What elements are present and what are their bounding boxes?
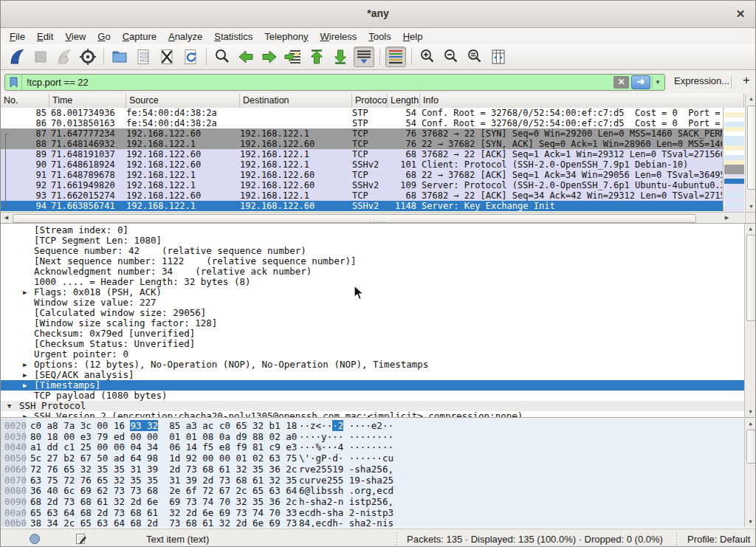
menu-analyze[interactable]: Analyze bbox=[162, 30, 208, 44]
detail-line[interactable]: ▶[SEQ/ACK analysis] bbox=[1, 370, 744, 380]
scrollbar-thumb[interactable] bbox=[746, 235, 755, 321]
menu-view[interactable]: View bbox=[59, 30, 92, 44]
capture-comment-icon[interactable] bbox=[75, 533, 88, 547]
hex-row[interactable]: 0020c0 a8 7a 3c 00 16 93 32 85 a3 ac c0 … bbox=[1, 420, 744, 431]
hex-row[interactable]: 006072 76 65 32 35 35 31 39 2d 73 68 61 … bbox=[1, 464, 744, 475]
hex-row[interactable]: 00505c 27 b2 67 50 ad 64 98 1d 92 00 00 … bbox=[1, 453, 744, 464]
column-header-destination[interactable]: Destination bbox=[240, 94, 352, 108]
scrollbar-thumb[interactable] bbox=[747, 106, 756, 190]
first-packet-icon[interactable] bbox=[306, 47, 327, 67]
title-bar[interactable]: *any ✕ bbox=[1, 1, 755, 28]
collapse-arrow-icon[interactable]: ▼ bbox=[7, 401, 11, 411]
column-header-info[interactable]: Info bbox=[420, 94, 744, 108]
scroll-down-icon[interactable]: ▼ bbox=[745, 517, 755, 527]
packet-list-minimap[interactable] bbox=[723, 108, 745, 212]
hex-bytes[interactable]: 36 40 6c 69 62 73 73 68 2e 6f 72 67 2c 6… bbox=[30, 485, 297, 496]
hex-ascii[interactable]: curve255 19-sha25 bbox=[299, 475, 394, 486]
menu-wireless[interactable]: Wireless bbox=[315, 30, 363, 44]
expand-arrow-icon[interactable]: ▶ bbox=[23, 380, 27, 391]
pane-splitter[interactable]: ····· bbox=[1, 414, 755, 417]
hex-row[interactable]: 00a065 63 64 68 2d 73 68 61 32 2d 6e 69 … bbox=[1, 507, 744, 518]
next-packet-icon[interactable] bbox=[259, 47, 280, 67]
packet-row[interactable]: 8971.648191037192.168.122.60192.168.122.… bbox=[1, 149, 723, 159]
save-file-icon[interactable]: 010101100011 bbox=[133, 47, 154, 67]
find-packet-icon[interactable] bbox=[212, 47, 233, 67]
details-vscrollbar[interactable]: ▲ ▼ bbox=[744, 224, 755, 417]
column-header-source[interactable]: Source bbox=[126, 94, 240, 108]
reload-file-icon[interactable] bbox=[180, 47, 201, 67]
close-file-icon[interactable] bbox=[157, 47, 177, 67]
filter-expression-text[interactable]: !tcp.port == 22 bbox=[22, 77, 614, 88]
hex-ascii[interactable]: ecdh-sha 2-nistp3 bbox=[299, 507, 394, 518]
packet-row[interactable]: 8771.647777234192.168.122.60192.168.122.… bbox=[1, 128, 723, 139]
hex-ascii[interactable]: ··z<···2 ····e2·· bbox=[299, 420, 394, 431]
hex-ascii[interactable]: 6@libssh .org,ecd bbox=[299, 485, 394, 496]
filter-clear-icon[interactable]: ✕ bbox=[614, 76, 629, 89]
hex-bytes[interactable]: 38 34 2c 65 63 64 68 2d 73 68 61 32 2d 6… bbox=[30, 517, 297, 527]
previous-packet-icon[interactable] bbox=[236, 47, 256, 67]
go-to-packet-icon[interactable] bbox=[283, 47, 303, 67]
hex-ascii[interactable]: \'·gP·d· ······cu bbox=[299, 453, 394, 464]
menu-statistics[interactable]: Statistics bbox=[208, 30, 258, 44]
zoom-out-icon[interactable] bbox=[441, 47, 461, 67]
detail-line[interactable]: 1000 .... = Header Length: 32 bytes (8) bbox=[1, 277, 744, 287]
hex-bytes[interactable]: 5c 27 b2 67 50 ad 64 98 1d 92 00 00 01 0… bbox=[30, 453, 297, 464]
detail-line[interactable]: [Calculated window size: 29056] bbox=[1, 308, 744, 318]
detail-line[interactable]: ▶Options: (12 bytes), No-Operation (NOP)… bbox=[1, 359, 744, 370]
hex-ascii[interactable]: ····y··· ········ bbox=[299, 431, 394, 442]
detail-line[interactable]: Window size value: 227 bbox=[1, 297, 744, 308]
packet-row[interactable]: 9371.662015274192.168.122.60192.168.122.… bbox=[1, 190, 723, 201]
hex-row[interactable]: 00b038 34 2c 65 63 64 68 2d 73 68 61 32 … bbox=[1, 517, 744, 527]
column-header-time[interactable]: Time bbox=[49, 94, 126, 108]
expand-arrow-icon[interactable]: ▶ bbox=[23, 287, 27, 297]
menu-go[interactable]: Go bbox=[92, 30, 116, 44]
filter-bookmark-icon[interactable] bbox=[5, 75, 22, 90]
detail-line[interactable]: ▶Flags: 0x018 (PSH, ACK) bbox=[1, 287, 744, 297]
menu-capture[interactable]: Capture bbox=[117, 30, 162, 44]
menu-tools[interactable]: Tools bbox=[362, 30, 396, 44]
packet-row[interactable]: 8670.013850163fe:54:00:d4:38:2aSTP54Conf… bbox=[1, 118, 723, 128]
scroll-up-icon[interactable]: ▲ bbox=[745, 224, 755, 234]
packet-row[interactable]: 9271.661949820192.168.122.1192.168.122.6… bbox=[1, 180, 723, 190]
pane-splitter[interactable]: ····· bbox=[1, 220, 755, 223]
scroll-down-icon[interactable]: ▼ bbox=[746, 202, 756, 212]
filter-apply-icon[interactable]: ➜ bbox=[631, 75, 650, 89]
menu-help[interactable]: Help bbox=[397, 30, 429, 44]
detail-line[interactable]: Urgent pointer: 0 bbox=[1, 349, 744, 359]
last-packet-icon[interactable] bbox=[330, 47, 351, 67]
hex-row[interactable]: 003080 18 00 e3 79 ed 00 00 01 01 08 0a … bbox=[1, 431, 744, 442]
close-window-button[interactable]: ✕ bbox=[733, 7, 748, 21]
detail-line[interactable]: [TCP Segment Len: 1080] bbox=[1, 235, 744, 246]
profile-label[interactable]: Profile: Default bbox=[687, 534, 750, 545]
packet-list-vscrollbar[interactable]: ▲ ▼ bbox=[745, 94, 756, 212]
column-header-length[interactable]: Length bbox=[388, 94, 420, 108]
detail-line[interactable]: [Window size scaling factor: 128] bbox=[1, 318, 744, 328]
open-file-icon[interactable] bbox=[109, 47, 130, 67]
scroll-up-icon[interactable]: ▲ bbox=[746, 94, 756, 104]
hex-bytes[interactable]: c0 a8 7a 3c 00 16 93 32 85 a3 ac c0 65 3… bbox=[30, 420, 297, 431]
scroll-up-icon[interactable]: ▲ bbox=[745, 419, 755, 429]
packet-list-header[interactable]: No.TimeSourceDestinationProtocolLengthIn… bbox=[1, 94, 744, 109]
hex-bytes[interactable]: 80 18 00 e3 79 ed 00 00 01 01 08 0a d9 8… bbox=[30, 431, 297, 442]
packet-row[interactable]: 9471.663856741192.168.122.1192.168.122.6… bbox=[1, 201, 723, 211]
capture-options-icon[interactable] bbox=[78, 47, 98, 67]
packet-row[interactable]: 9071.648618924192.168.122.60192.168.122.… bbox=[1, 159, 723, 170]
hex-row[interactable]: 009068 2d 73 68 61 32 2d 6e 69 73 74 70 … bbox=[1, 496, 744, 507]
expand-arrow-icon[interactable]: ▶ bbox=[23, 359, 27, 370]
detail-line[interactable]: ▼SSH Protocol bbox=[1, 401, 744, 411]
add-filter-button[interactable]: + bbox=[740, 73, 753, 88]
colorize-packets-icon[interactable] bbox=[385, 47, 406, 67]
auto-scroll-icon[interactable] bbox=[354, 47, 374, 67]
hex-bytes[interactable]: 63 75 72 76 65 32 35 35 31 39 2d 73 68 6… bbox=[30, 475, 297, 486]
detail-line[interactable]: [Next sequence number: 1122 (relative se… bbox=[1, 256, 744, 266]
menu-telephony[interactable]: Telephony bbox=[258, 30, 314, 44]
hex-bytes[interactable]: 68 2d 73 68 61 32 2d 6e 69 73 74 70 32 3… bbox=[30, 496, 297, 507]
scrollbar-thumb[interactable] bbox=[746, 430, 755, 464]
resize-columns-icon[interactable] bbox=[488, 47, 509, 67]
packet-row[interactable]: 8568.001734936fe:54:00:d4:38:2aSTP54Conf… bbox=[1, 108, 723, 118]
hex-bytes[interactable]: 65 63 64 68 2d 73 68 61 32 2d 6e 69 73 7… bbox=[30, 507, 297, 518]
detail-line[interactable]: [Checksum Status: Unverified] bbox=[1, 339, 744, 349]
expand-arrow-icon[interactable]: ▶ bbox=[23, 370, 27, 380]
packet-row[interactable]: 8871.648146932192.168.122.1192.168.122.6… bbox=[1, 139, 723, 149]
zoom-reset-icon[interactable] bbox=[464, 47, 485, 67]
